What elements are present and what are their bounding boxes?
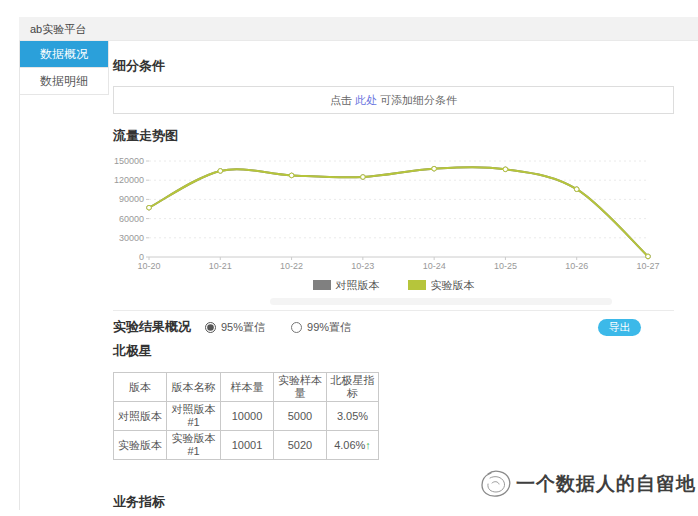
table-cell: 4.06%↑ — [327, 431, 379, 460]
table-header-row: 版本版本名称样本量实验样本量北极星指标 — [114, 373, 379, 402]
confidence-99-radio[interactable] — [291, 322, 302, 333]
table-row: 对照版本对照版本#11000050003.05% — [114, 402, 379, 431]
main-content: 细分条件 点击 此处 可添加细分条件 流量走势图 030000600009000… — [113, 41, 674, 516]
svg-text:10-27: 10-27 — [636, 261, 659, 271]
table-cell: 3.05% — [327, 402, 379, 431]
table-cell: 实验版本#1 — [167, 431, 221, 460]
chart-legend: 对照版本实验版本 — [113, 278, 674, 292]
legend-swatch — [313, 280, 331, 290]
table-cell: 10001 — [221, 431, 274, 460]
svg-text:10-21: 10-21 — [209, 261, 232, 271]
legend-swatch — [408, 280, 426, 290]
segment-hint-prefix: 点击 — [330, 93, 352, 108]
table-header-cell: 实验样本量 — [274, 373, 327, 402]
svg-text:10-25: 10-25 — [494, 261, 517, 271]
table-header-cell: 样本量 — [221, 373, 274, 402]
legend-item[interactable]: 实验版本 — [408, 278, 475, 293]
add-segment-link[interactable]: 此处 — [355, 93, 377, 108]
table-header-cell: 版本名称 — [167, 373, 221, 402]
legend-item[interactable]: 对照版本 — [313, 278, 380, 293]
table-header-cell: 北极星指标 — [327, 373, 379, 402]
confidence-99-option[interactable]: 99%置信 — [291, 320, 351, 335]
svg-text:10-22: 10-22 — [280, 261, 303, 271]
segment-title: 细分条件 — [113, 57, 674, 75]
legend-label: 对照版本 — [336, 279, 380, 291]
table-cell: 对照版本 — [114, 402, 167, 431]
svg-text:60000: 60000 — [119, 214, 144, 224]
traffic-chart: 030000600009000012000015000010-2010-2110… — [113, 146, 674, 278]
table-cell: 对照版本#1 — [167, 402, 221, 431]
export-button[interactable]: 导出 — [598, 319, 641, 336]
table-cell: 10000 — [221, 402, 274, 431]
confidence-95-option[interactable]: 95%置信 — [205, 320, 265, 335]
app-title: ab实验平台 — [30, 23, 86, 35]
sidebar-item-data-overview[interactable]: 数据概况 — [20, 41, 108, 68]
results-title: 实验结果概况 — [113, 318, 191, 336]
svg-text:150000: 150000 — [114, 156, 144, 166]
chart-scrollbar[interactable] — [270, 298, 612, 305]
table-header-cell: 版本 — [114, 373, 167, 402]
segment-hint-box: 点击 此处 可添加细分条件 — [113, 86, 674, 114]
app-header: ab实验平台 — [19, 17, 698, 41]
confidence-95-label: 95%置信 — [221, 320, 265, 335]
northstar-table: 版本版本名称样本量实验样本量北极星指标对照版本对照版本#11000050003.… — [113, 372, 379, 460]
table-cell: 实验版本 — [114, 431, 167, 460]
svg-text:120000: 120000 — [114, 175, 144, 185]
sidebar-item-data-detail[interactable]: 数据明细 — [20, 68, 108, 95]
legend-label: 实验版本 — [431, 279, 475, 291]
traffic-chart-title: 流量走势图 — [113, 127, 674, 145]
business-metrics-title: 业务指标 — [113, 493, 674, 511]
confidence-99-label: 99%置信 — [307, 320, 351, 335]
svg-text:10-24: 10-24 — [423, 261, 446, 271]
sidebar-menu: 数据概况 数据明细 — [20, 41, 109, 95]
svg-text:10-20: 10-20 — [137, 261, 160, 271]
table-cell: 5000 — [274, 402, 327, 431]
svg-text:90000: 90000 — [119, 194, 144, 204]
results-header-row: 实验结果概况 95%置信 99%置信 导出 — [113, 310, 674, 336]
svg-text:30000: 30000 — [119, 233, 144, 243]
table-cell: 5020 — [274, 431, 327, 460]
sidebar: 数据概况 数据明细 — [19, 41, 109, 510]
svg-text:10-26: 10-26 — [565, 261, 588, 271]
segment-hint-suffix: 可添加细分条件 — [380, 93, 457, 108]
traffic-chart-canvas: 030000600009000012000015000010-2010-2110… — [113, 146, 674, 274]
northstar-title: 北极星 — [113, 342, 674, 360]
confidence-radio-group: 95%置信 99%置信 — [205, 320, 351, 335]
confidence-95-radio[interactable] — [205, 322, 216, 333]
table-row: 实验版本实验版本#11000150204.06%↑ — [114, 431, 379, 460]
svg-text:10-23: 10-23 — [351, 261, 374, 271]
page: ab实验平台 数据概况 数据明细 细分条件 点击 此处 可添加细分条件 流量走势… — [0, 0, 698, 516]
